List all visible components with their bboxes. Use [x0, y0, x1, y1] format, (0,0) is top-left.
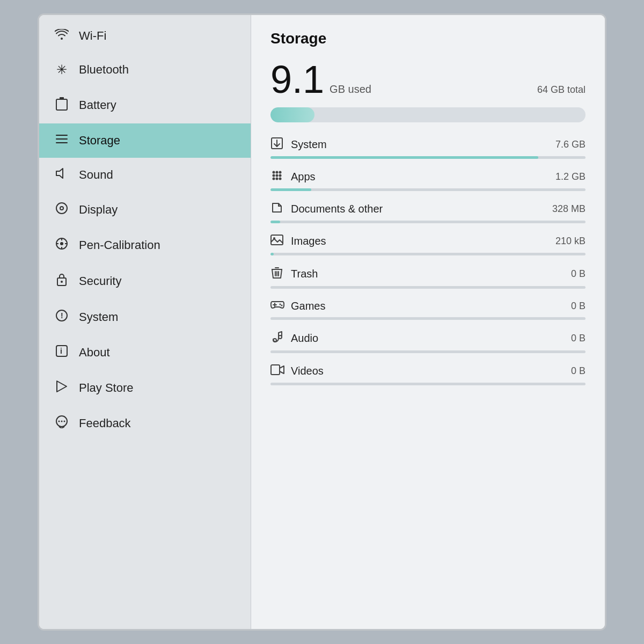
sidebar-feedback-label: Feedback	[79, 416, 131, 430]
display-icon	[54, 202, 69, 218]
svg-rect-49	[271, 365, 280, 375]
sidebar-about-label: About	[79, 346, 110, 360]
sidebar-bluetooth-label: Bluetooth	[79, 63, 129, 77]
sound-icon	[54, 167, 69, 182]
images-storage-size: 210 kB	[555, 236, 586, 247]
svg-point-35	[279, 178, 282, 180]
storage-item-videos[interactable]: Videos 0 B	[270, 364, 586, 385]
audio-storage-label: Audio	[291, 332, 318, 345]
svg-text:!: !	[61, 311, 63, 320]
sidebar-item-pen-calibration[interactable]: Pen-Calibration	[39, 228, 251, 263]
system-icon: !	[54, 309, 69, 325]
apps-storage-size: 1.2 GB	[555, 171, 586, 182]
sidebar-item-display[interactable]: Display	[39, 192, 251, 228]
sidebar-security-label: Security	[79, 274, 121, 288]
storage-overall-bar	[270, 107, 586, 122]
sidebar-item-sound[interactable]: Sound	[39, 158, 251, 192]
sidebar-item-feedback[interactable]: Feedback	[39, 406, 251, 441]
svg-point-9	[60, 242, 63, 245]
svg-marker-5	[56, 169, 63, 178]
documents-storage-size: 328 MB	[552, 203, 586, 215]
videos-storage-label: Videos	[291, 365, 324, 377]
wifi-icon	[54, 29, 69, 43]
storage-summary: 9.1 GB used 64 GB total	[270, 60, 586, 99]
sidebar-item-system[interactable]: ! System	[39, 299, 251, 335]
svg-rect-1	[60, 97, 64, 100]
system-storage-label: System	[291, 138, 327, 151]
svg-point-34	[276, 178, 279, 180]
storage-item-images[interactable]: Images 210 kB	[270, 234, 586, 255]
svg-rect-0	[56, 99, 67, 110]
pen-calibration-icon	[54, 237, 69, 253]
svg-point-32	[279, 174, 282, 177]
videos-storage-icon	[270, 364, 283, 378]
sidebar-item-about[interactable]: i About	[39, 335, 251, 370]
sidebar-item-bluetooth[interactable]: ✳ Bluetooth	[39, 53, 251, 87]
sidebar-wifi-label: Wi-Fi	[79, 29, 106, 43]
svg-point-31	[276, 174, 279, 177]
svg-point-33	[273, 178, 275, 180]
images-storage-icon	[270, 234, 283, 248]
svg-point-47	[273, 339, 276, 342]
games-storage-size: 0 B	[571, 301, 586, 312]
storage-item-audio[interactable]: Audio 0 B	[270, 331, 586, 353]
sidebar-sound-label: Sound	[79, 168, 113, 182]
sidebar-battery-label: Battery	[79, 98, 116, 112]
games-storage-label: Games	[291, 300, 325, 312]
sidebar-item-storage[interactable]: Storage	[39, 123, 251, 158]
sidebar-item-battery[interactable]: Battery	[39, 87, 251, 123]
feedback-icon	[54, 415, 69, 431]
storage-used-label: GB used	[330, 83, 371, 96]
screen: Wi-Fi ✳ Bluetooth Battery	[39, 15, 605, 629]
apps-storage-icon	[270, 170, 283, 184]
sidebar-item-wifi[interactable]: Wi-Fi	[39, 19, 251, 53]
play-store-icon	[54, 380, 69, 396]
svg-point-46	[281, 305, 283, 306]
svg-point-30	[273, 174, 275, 177]
battery-icon	[54, 97, 69, 114]
storage-item-trash[interactable]: Trash 0 B	[270, 266, 586, 289]
sidebar-pen-calibration-label: Pen-Calibration	[79, 238, 160, 252]
storage-item-apps[interactable]: Apps 1.2 GB	[270, 170, 586, 191]
sidebar-system-label: System	[79, 310, 118, 324]
system-storage-size: 7.6 GB	[555, 139, 586, 150]
svg-point-27	[273, 171, 275, 174]
svg-point-7	[60, 207, 63, 210]
audio-storage-size: 0 B	[571, 333, 586, 344]
main-content: Storage 9.1 GB used 64 GB total	[251, 15, 605, 629]
svg-point-22	[58, 421, 60, 422]
documents-storage-label: Documents & other	[291, 203, 383, 215]
svg-point-29	[279, 171, 282, 174]
sidebar-display-label: Display	[79, 203, 118, 217]
storage-item-games[interactable]: Games 0 B	[270, 299, 586, 320]
svg-point-45	[280, 304, 281, 305]
bluetooth-icon: ✳	[54, 62, 69, 77]
svg-point-48	[279, 335, 282, 339]
sidebar-storage-label: Storage	[79, 134, 120, 148]
about-icon: i	[54, 345, 69, 361]
trash-storage-size: 0 B	[571, 268, 586, 280]
trash-storage-label: Trash	[291, 268, 318, 280]
storage-item-documents[interactable]: Documents & other 328 MB	[270, 202, 586, 223]
svg-point-24	[64, 421, 65, 422]
documents-storage-icon	[270, 202, 283, 216]
apps-storage-label: Apps	[291, 171, 316, 183]
sidebar-item-security[interactable]: Security	[39, 263, 251, 299]
sidebar: Wi-Fi ✳ Bluetooth Battery	[39, 15, 251, 629]
storage-used-number: 9.1	[270, 60, 324, 99]
images-storage-label: Images	[291, 235, 326, 247]
svg-point-15	[61, 281, 63, 283]
device-frame: Wi-Fi ✳ Bluetooth Battery	[38, 13, 606, 631]
storage-overall-bar-fill	[270, 107, 314, 122]
audio-storage-icon	[270, 331, 283, 346]
svg-point-23	[61, 421, 63, 422]
page-title: Storage	[270, 30, 586, 47]
svg-marker-20	[57, 381, 67, 392]
svg-point-6	[56, 203, 67, 214]
sidebar-item-play-store[interactable]: Play Store	[39, 370, 251, 406]
storage-icon	[54, 133, 69, 148]
sidebar-play-store-label: Play Store	[79, 381, 134, 395]
storage-item-system[interactable]: System 7.6 GB	[270, 137, 586, 159]
security-icon	[54, 273, 69, 290]
games-storage-icon	[270, 299, 283, 313]
